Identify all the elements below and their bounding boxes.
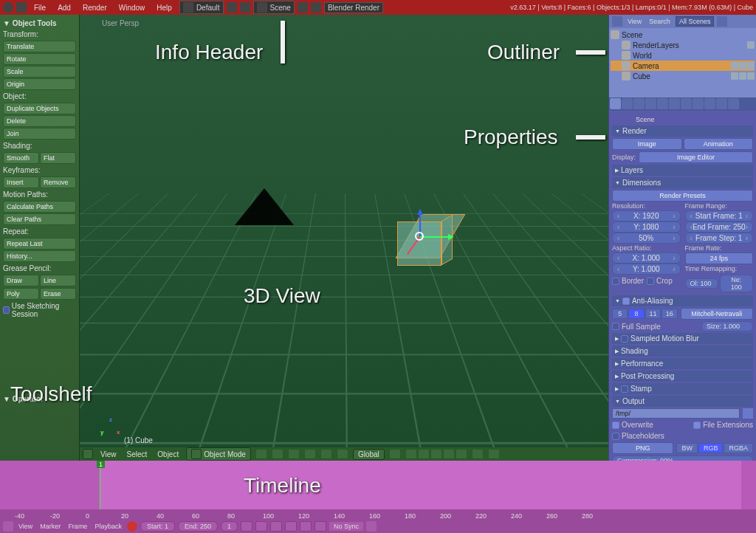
jump-end-icon[interactable] [315,521,326,532]
tab-object[interactable] [645,98,656,109]
help-menu[interactable]: Help [152,4,176,12]
gp-line-button[interactable]: Line [40,275,76,286]
remove-keyframe-button[interactable]: Remove [40,176,76,188]
pin-icon[interactable] [612,115,621,124]
play-reverse-icon[interactable] [270,521,282,532]
render-image-button[interactable]: Image [612,138,682,150]
blender-logo-icon[interactable] [3,2,13,13]
smooth-button[interactable]: Smooth [3,152,39,164]
mode-dropdown[interactable]: Object Mode [186,447,251,461]
file-menu[interactable]: File [30,4,50,12]
tab-texture[interactable] [704,98,715,109]
cursor-icon[interactable] [739,72,746,80]
outliner-filter-dropdown[interactable]: All Scenes [676,16,715,27]
eye-icon[interactable] [731,72,738,80]
prev-keyframe-icon[interactable] [255,521,267,532]
shading-icon[interactable] [255,449,267,459]
tab-constraints[interactable] [657,98,668,109]
res-y-field[interactable]: ‹Y: 1080› [612,221,681,233]
motion-blur-panel-header[interactable]: Sampled Motion Blur [612,333,753,344]
compression-field[interactable]: Compression: 90% [612,455,753,461]
jump-start-icon[interactable] [241,521,252,532]
aa-11-button[interactable]: 11 [645,309,661,319]
format-dropdown[interactable]: PNG [612,442,673,454]
record-icon[interactable] [127,521,137,532]
aa-size-field[interactable]: Size: 1.000 [701,321,753,331]
render-icon[interactable] [747,72,755,80]
sketch-session-checkbox[interactable]: Use Sketching Session [3,300,76,320]
shading-panel-header[interactable]: Shading [612,345,753,357]
performance-panel-header[interactable]: Performance [612,358,753,369]
join-button[interactable]: Join [3,128,76,140]
layer-button[interactable] [418,449,430,459]
view-menu[interactable]: View [97,450,120,458]
layer-button[interactable] [430,449,442,459]
frame-step-field[interactable]: ‹Frame Step: 1› [685,233,754,244]
snap-icon[interactable] [472,449,484,459]
tree-item-cube[interactable]: Cube [611,71,755,81]
start-frame-field[interactable]: ‹Start Frame: 1› [685,210,754,221]
editor-type-icon[interactable] [3,521,13,532]
duplicate-button[interactable]: Duplicate Objects [3,103,76,114]
search-icon[interactable] [717,16,727,27]
editor-type-icon[interactable] [83,449,93,459]
origin-button[interactable]: Origin [3,78,76,90]
history-button[interactable]: History... [3,250,76,262]
outliner-view-menu[interactable]: View [625,18,644,25]
delete-button[interactable]: Delete [3,115,76,127]
scene-close-icon[interactable] [311,2,321,13]
object-menu[interactable]: Object [154,450,182,458]
res-pct-field[interactable]: ‹50%› [612,233,681,244]
scene-add-icon[interactable] [298,2,308,13]
tab-particles[interactable] [716,98,727,109]
timeline-ruler[interactable]: -40-200204060801001201401601802002202402… [0,509,756,520]
rgb-button[interactable]: RGB [698,443,724,453]
window-menu[interactable]: Window [114,4,150,12]
gp-erase-button[interactable]: Erase [40,288,76,300]
engine-dropdown[interactable]: Blender Render [324,2,383,13]
aa-checkbox[interactable] [622,298,630,305]
tab-render[interactable] [610,98,621,109]
play-icon[interactable] [285,521,297,532]
tab-physics[interactable] [728,98,739,109]
postproc-panel-header[interactable]: Post Processing [612,371,753,382]
object-tools-header[interactable]: ▼ Object Tools [3,18,76,29]
tl-marker-menu[interactable]: Marker [38,523,63,530]
editor-type-icon[interactable] [612,16,622,27]
outliner-tree[interactable]: Scene RenderLayers World Camera Cube [609,28,756,97]
tab-data[interactable] [681,98,692,109]
repeat-last-button[interactable]: Repeat Last [3,238,76,250]
tl-frame-menu[interactable]: Frame [66,523,89,530]
editor-type-icon[interactable] [16,2,27,13]
old-field[interactable]: Ol: 100 [685,278,718,289]
render-icon[interactable] [747,62,755,69]
aa-5-button[interactable]: 5 [612,309,628,319]
aspect-x-field[interactable]: ‹X: 1.000› [612,252,681,264]
bw-button[interactable]: BW [676,443,698,453]
outliner-search-menu[interactable]: Search [647,18,673,25]
stamp-panel-header[interactable]: Stamp [612,383,753,394]
layer-button[interactable] [456,449,467,459]
res-x-field[interactable]: ‹X: 1920› [612,210,681,221]
layer-button[interactable] [405,449,417,459]
output-panel-header[interactable]: Output [612,396,753,407]
layout-dropdown[interactable]: Default [179,1,224,14]
rgba-button[interactable]: RGBA [724,443,753,453]
aspect-y-field[interactable]: ‹Y: 1.000› [612,264,681,275]
layer-button[interactable] [443,449,455,459]
file-ext-checkbox[interactable]: File Extensions [693,420,753,430]
render-animation-button[interactable]: Animation [684,138,754,150]
tl-view-menu[interactable]: View [16,523,35,530]
aa-panel-header[interactable]: Anti-Aliasing [612,295,753,306]
scale-manip-icon[interactable] [337,449,348,459]
render-menu[interactable]: Render [78,4,111,12]
tab-material[interactable] [693,98,704,109]
tab-modifiers[interactable] [669,98,680,109]
tree-item-scene[interactable]: Scene [611,30,755,40]
pivot-icon[interactable] [272,449,284,459]
layers-icon[interactable] [389,449,401,459]
select-menu[interactable]: Select [124,450,151,458]
layers-panel-header[interactable]: Layers [612,165,753,176]
translate-button[interactable]: Translate [3,41,76,52]
output-path-field[interactable]: /tmp/ [612,408,740,419]
